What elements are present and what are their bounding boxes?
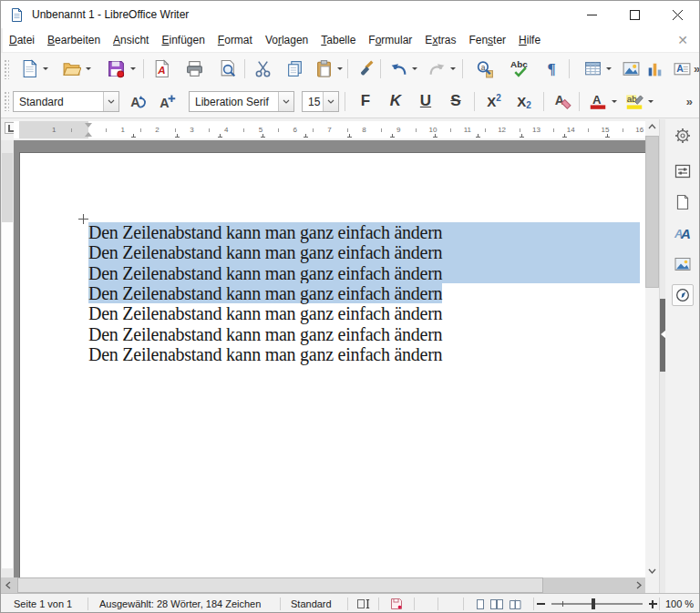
sidebar-page-button[interactable] xyxy=(672,191,694,213)
strikethrough-button[interactable]: S xyxy=(441,89,470,113)
close-document-icon[interactable]: ✕ xyxy=(677,33,688,47)
zoom-out-icon[interactable] xyxy=(537,603,545,605)
save-button[interactable] xyxy=(104,56,128,82)
single-page-view-icon[interactable] xyxy=(477,599,484,609)
book-view-icon[interactable] xyxy=(510,599,521,609)
find-replace-button[interactable]: a xyxy=(472,56,496,82)
redo-dropdown[interactable] xyxy=(448,56,458,82)
chevron-down-icon[interactable] xyxy=(278,92,293,111)
insert-image-button[interactable] xyxy=(619,56,643,82)
menu-formular[interactable]: Formular xyxy=(362,29,418,52)
subscript-button[interactable]: X2 xyxy=(510,89,539,113)
print-button[interactable] xyxy=(182,56,206,82)
bold-button[interactable]: F xyxy=(351,89,380,113)
spelling-button[interactable]: Abc xyxy=(507,56,532,82)
horizontal-scrollbar[interactable] xyxy=(1,577,645,593)
vertical-scrollbar[interactable] xyxy=(645,119,659,577)
clone-formatting-button[interactable] xyxy=(354,56,377,82)
paste-button[interactable] xyxy=(312,56,335,82)
document-page[interactable]: Den Zeilenabstand kann man ganz einfach … xyxy=(19,152,645,577)
menu-ansicht[interactable]: Ansicht xyxy=(107,29,155,52)
formatting-marks-button[interactable]: ¶ xyxy=(540,56,563,82)
open-dropdown[interactable] xyxy=(84,56,93,82)
document-line[interactable]: Den Zeilenabstand kann man ganz einfach … xyxy=(88,303,640,323)
menu-datei[interactable]: Datei xyxy=(3,29,41,52)
close-button[interactable] xyxy=(656,1,699,28)
open-button[interactable] xyxy=(59,56,83,82)
toolbar-overflow-icon[interactable]: » xyxy=(686,95,693,108)
sidebar-gallery-button[interactable] xyxy=(672,253,694,275)
font-color-button[interactable]: A xyxy=(586,88,610,114)
menu-extras[interactable]: Extras xyxy=(418,29,462,52)
save-status-indicator[interactable] xyxy=(379,594,414,613)
insert-mode-indicator[interactable] xyxy=(348,594,378,613)
sidebar-settings-button[interactable] xyxy=(672,125,694,147)
new-document-button[interactable] xyxy=(17,56,41,82)
maximize-button[interactable] xyxy=(613,1,656,28)
menu-format[interactable]: Format xyxy=(211,29,259,52)
menu-tabelle[interactable]: Tabelle xyxy=(314,29,362,52)
page-count[interactable]: Seite 1 von 1 xyxy=(1,594,88,613)
export-pdf-button[interactable]: A xyxy=(149,56,173,82)
update-style-button[interactable]: A xyxy=(127,88,150,114)
new-style-button[interactable]: A xyxy=(156,88,180,114)
chevron-down-icon[interactable] xyxy=(103,92,118,111)
scroll-down-icon[interactable] xyxy=(645,564,659,577)
zoom-slider[interactable] xyxy=(551,603,643,605)
menu-vorlagen[interactable]: Vorlagen xyxy=(259,29,314,52)
document-line[interactable]: Den Zeilenabstand kann man ganz einfach … xyxy=(88,283,640,303)
insert-chart-button[interactable] xyxy=(643,56,666,82)
sidebar-properties-button[interactable] xyxy=(672,160,694,182)
zoom-percentage[interactable]: 100 % xyxy=(660,594,699,613)
superscript-button[interactable]: X2 xyxy=(479,89,509,113)
sidebar-styles-button[interactable]: AA xyxy=(672,222,694,244)
italic-button[interactable]: K xyxy=(381,89,410,113)
menu-fenster[interactable]: Fenster xyxy=(462,29,512,52)
zoom-in-icon[interactable] xyxy=(649,600,657,608)
horizontal-scroll-thumb[interactable] xyxy=(17,577,543,593)
vertical-scroll-thumb[interactable] xyxy=(645,136,659,288)
highlight-color-dropdown[interactable] xyxy=(646,88,655,114)
font-size-combo[interactable]: 15 xyxy=(302,91,339,112)
highlight-color-button[interactable]: ab xyxy=(623,88,646,114)
sidebar-navigator-button[interactable] xyxy=(672,284,694,306)
insert-table-button[interactable] xyxy=(581,56,604,82)
toolbar-grip[interactable] xyxy=(4,59,9,79)
cut-button[interactable] xyxy=(251,56,274,82)
document-line[interactable]: Den Zeilenabstand kann man ganz einfach … xyxy=(88,263,640,283)
vertical-ruler[interactable] xyxy=(1,140,14,577)
font-color-dropdown[interactable] xyxy=(610,88,619,114)
minimize-button[interactable] xyxy=(571,1,613,28)
document-line[interactable]: Den Zeilenabstand kann man ganz einfach … xyxy=(88,222,640,242)
scroll-left-icon[interactable] xyxy=(1,577,15,593)
insert-table-dropdown[interactable] xyxy=(604,56,613,82)
document-line[interactable]: Den Zeilenabstand kann man ganz einfach … xyxy=(88,344,640,364)
new-document-dropdown[interactable] xyxy=(41,56,50,82)
undo-button[interactable] xyxy=(386,56,410,82)
underline-button[interactable]: U xyxy=(411,89,440,113)
redo-button[interactable] xyxy=(425,56,448,82)
toolbar-grip[interactable] xyxy=(4,91,9,111)
undo-dropdown[interactable] xyxy=(410,56,419,82)
menu-hilfe[interactable]: Hilfe xyxy=(512,29,547,52)
multi-page-view-icon[interactable] xyxy=(490,599,503,609)
scroll-up-icon[interactable] xyxy=(645,119,659,133)
scroll-right-icon[interactable] xyxy=(632,577,645,593)
zoom-slider-thumb[interactable] xyxy=(592,598,595,609)
paste-dropdown[interactable] xyxy=(335,56,345,82)
paragraph-style-combo[interactable]: Standard xyxy=(13,91,119,112)
insert-textbox-button[interactable]: A xyxy=(670,56,694,82)
print-preview-button[interactable] xyxy=(215,56,239,82)
copy-button[interactable] xyxy=(283,56,306,82)
document-line[interactable]: Den Zeilenabstand kann man ganz einfach … xyxy=(88,324,640,344)
font-name-combo[interactable]: Liberation Serif xyxy=(189,91,294,112)
word-count[interactable]: Ausgewählt: 28 Wörter, 184 Zeichen xyxy=(88,594,280,613)
clear-formatting-button[interactable]: A xyxy=(551,88,574,114)
horizontal-ruler[interactable]: 123456789101112131415161 xyxy=(14,121,645,138)
page-style[interactable]: Standard xyxy=(281,594,347,613)
save-dropdown[interactable] xyxy=(129,56,138,82)
menu-bearbeiten[interactable]: Bearbeiten xyxy=(41,29,107,52)
chevron-down-icon[interactable] xyxy=(323,92,338,111)
document-line[interactable]: Den Zeilenabstand kann man ganz einfach … xyxy=(88,242,640,262)
menu-einfgen[interactable]: Einfügen xyxy=(155,29,211,52)
